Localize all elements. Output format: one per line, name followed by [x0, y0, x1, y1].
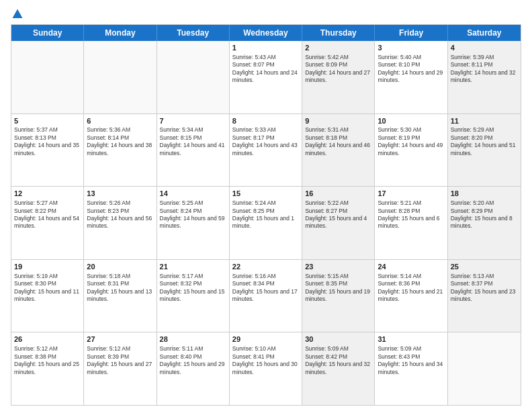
day-number: 12	[14, 189, 81, 199]
calendar-cell: 30Sunrise: 5:09 AMSunset: 8:42 PMDayligh…	[302, 332, 375, 405]
day-number: 22	[232, 262, 299, 272]
cell-sun-info: Sunrise: 5:09 AMSunset: 8:43 PMDaylight:…	[378, 345, 444, 376]
day-number: 29	[232, 334, 299, 345]
cell-sun-info: Sunrise: 5:09 AMSunset: 8:42 PMDaylight:…	[305, 345, 371, 376]
cell-sun-info: Sunrise: 5:33 AMSunset: 8:17 PMDaylight:…	[232, 126, 299, 157]
calendar-cell: 7Sunrise: 5:34 AMSunset: 8:15 PMDaylight…	[157, 114, 230, 187]
calendar-cell: 8Sunrise: 5:33 AMSunset: 8:17 PMDaylight…	[230, 114, 302, 187]
day-number: 28	[160, 334, 226, 345]
calendar: SundayMondayTuesdayWednesdayThursdayFrid…	[11, 24, 521, 406]
header-cell-saturday: Saturday	[448, 25, 521, 41]
calendar-cell: 10Sunrise: 5:30 AMSunset: 8:19 PMDayligh…	[375, 114, 447, 187]
cell-sun-info: Sunrise: 5:10 AMSunset: 8:41 PMDaylight:…	[232, 345, 299, 376]
calendar-cell	[84, 41, 157, 113]
day-number: 3	[378, 43, 444, 53]
cell-sun-info: Sunrise: 5:13 AMSunset: 8:37 PMDaylight:…	[451, 273, 518, 304]
day-number: 21	[160, 262, 226, 272]
calendar-body: 1Sunrise: 5:43 AMSunset: 8:07 PMDaylight…	[11, 41, 521, 405]
calendar-cell: 16Sunrise: 5:22 AMSunset: 8:27 PMDayligh…	[302, 187, 375, 259]
cell-sun-info: Sunrise: 5:20 AMSunset: 8:29 PMDaylight:…	[451, 199, 518, 230]
calendar-cell: 18Sunrise: 5:20 AMSunset: 8:29 PMDayligh…	[448, 187, 521, 259]
calendar-cell: 27Sunrise: 5:12 AMSunset: 8:39 PMDayligh…	[84, 332, 157, 405]
cell-sun-info: Sunrise: 5:36 AMSunset: 8:14 PMDaylight:…	[87, 126, 153, 157]
calendar-cell	[448, 332, 521, 405]
day-number: 23	[305, 262, 371, 272]
day-number: 1	[232, 43, 299, 53]
calendar-cell: 20Sunrise: 5:18 AMSunset: 8:31 PMDayligh…	[84, 260, 157, 332]
calendar-cell: 28Sunrise: 5:11 AMSunset: 8:40 PMDayligh…	[157, 332, 230, 405]
cell-sun-info: Sunrise: 5:42 AMSunset: 8:09 PMDaylight:…	[305, 54, 371, 85]
day-number: 14	[160, 189, 226, 199]
calendar-cell: 6Sunrise: 5:36 AMSunset: 8:14 PMDaylight…	[84, 114, 157, 187]
cell-sun-info: Sunrise: 5:19 AMSunset: 8:30 PMDaylight:…	[14, 273, 81, 304]
header-cell-tuesday: Tuesday	[157, 25, 230, 41]
day-number: 26	[14, 334, 81, 345]
day-number: 20	[87, 262, 153, 272]
day-number: 6	[87, 116, 153, 126]
calendar-cell: 19Sunrise: 5:19 AMSunset: 8:30 PMDayligh…	[11, 260, 84, 332]
cell-sun-info: Sunrise: 5:15 AMSunset: 8:35 PMDaylight:…	[305, 273, 371, 304]
cell-sun-info: Sunrise: 5:22 AMSunset: 8:27 PMDaylight:…	[305, 199, 371, 230]
day-number: 19	[14, 262, 81, 272]
cell-sun-info: Sunrise: 5:24 AMSunset: 8:25 PMDaylight:…	[232, 199, 299, 230]
calendar-cell: 17Sunrise: 5:21 AMSunset: 8:28 PMDayligh…	[375, 187, 447, 259]
header	[11, 8, 521, 19]
cell-sun-info: Sunrise: 5:29 AMSunset: 8:20 PMDaylight:…	[451, 126, 518, 157]
day-number: 17	[378, 189, 444, 199]
day-number: 5	[14, 116, 81, 126]
day-number: 8	[232, 116, 299, 126]
day-number: 7	[160, 116, 226, 126]
cell-sun-info: Sunrise: 5:12 AMSunset: 8:39 PMDaylight:…	[87, 345, 153, 376]
calendar-cell: 23Sunrise: 5:15 AMSunset: 8:35 PMDayligh…	[302, 260, 375, 332]
calendar-cell: 12Sunrise: 5:27 AMSunset: 8:22 PMDayligh…	[11, 187, 84, 259]
cell-sun-info: Sunrise: 5:14 AMSunset: 8:36 PMDaylight:…	[378, 273, 444, 304]
day-number: 18	[451, 189, 518, 199]
day-number: 16	[305, 189, 371, 199]
calendar-cell	[11, 41, 84, 113]
calendar-cell: 15Sunrise: 5:24 AMSunset: 8:25 PMDayligh…	[230, 187, 302, 259]
calendar-row: 26Sunrise: 5:12 AMSunset: 8:38 PMDayligh…	[11, 332, 521, 405]
day-number: 13	[87, 189, 153, 199]
svg-marker-0	[13, 9, 23, 19]
header-cell-wednesday: Wednesday	[230, 25, 302, 41]
header-cell-thursday: Thursday	[302, 25, 375, 41]
calendar-cell: 4Sunrise: 5:39 AMSunset: 8:11 PMDaylight…	[448, 41, 521, 113]
cell-sun-info: Sunrise: 5:34 AMSunset: 8:15 PMDaylight:…	[160, 126, 226, 157]
cell-sun-info: Sunrise: 5:27 AMSunset: 8:22 PMDaylight:…	[14, 199, 81, 230]
header-cell-monday: Monday	[84, 25, 157, 41]
day-number: 27	[87, 334, 153, 345]
calendar-cell: 29Sunrise: 5:10 AMSunset: 8:41 PMDayligh…	[230, 332, 302, 405]
cell-sun-info: Sunrise: 5:25 AMSunset: 8:24 PMDaylight:…	[160, 199, 226, 230]
day-number: 2	[305, 43, 371, 53]
calendar-header: SundayMondayTuesdayWednesdayThursdayFrid…	[11, 25, 521, 41]
day-number: 11	[451, 116, 518, 126]
calendar-cell: 1Sunrise: 5:43 AMSunset: 8:07 PMDaylight…	[230, 41, 302, 113]
logo	[11, 8, 24, 19]
cell-sun-info: Sunrise: 5:26 AMSunset: 8:23 PMDaylight:…	[87, 199, 153, 230]
day-number: 31	[378, 334, 444, 345]
cell-sun-info: Sunrise: 5:37 AMSunset: 8:13 PMDaylight:…	[14, 126, 81, 157]
calendar-cell: 25Sunrise: 5:13 AMSunset: 8:37 PMDayligh…	[448, 260, 521, 332]
calendar-cell: 26Sunrise: 5:12 AMSunset: 8:38 PMDayligh…	[11, 332, 84, 405]
day-number: 15	[232, 189, 299, 199]
calendar-cell	[157, 41, 230, 113]
day-number: 10	[378, 116, 444, 126]
calendar-cell: 24Sunrise: 5:14 AMSunset: 8:36 PMDayligh…	[375, 260, 447, 332]
cell-sun-info: Sunrise: 5:31 AMSunset: 8:18 PMDaylight:…	[305, 126, 371, 157]
cell-sun-info: Sunrise: 5:18 AMSunset: 8:31 PMDaylight:…	[87, 273, 153, 304]
header-cell-friday: Friday	[375, 25, 447, 41]
calendar-cell: 9Sunrise: 5:31 AMSunset: 8:18 PMDaylight…	[302, 114, 375, 187]
calendar-row: 1Sunrise: 5:43 AMSunset: 8:07 PMDaylight…	[11, 41, 521, 114]
calendar-row: 19Sunrise: 5:19 AMSunset: 8:30 PMDayligh…	[11, 260, 521, 333]
cell-sun-info: Sunrise: 5:30 AMSunset: 8:19 PMDaylight:…	[378, 126, 444, 157]
cell-sun-info: Sunrise: 5:40 AMSunset: 8:10 PMDaylight:…	[378, 54, 444, 85]
calendar-cell: 2Sunrise: 5:42 AMSunset: 8:09 PMDaylight…	[302, 41, 375, 113]
calendar-row: 5Sunrise: 5:37 AMSunset: 8:13 PMDaylight…	[11, 114, 521, 187]
day-number: 24	[378, 262, 444, 272]
logo-icon	[11, 8, 24, 20]
calendar-cell: 31Sunrise: 5:09 AMSunset: 8:43 PMDayligh…	[375, 332, 447, 405]
day-number: 9	[305, 116, 371, 126]
cell-sun-info: Sunrise: 5:12 AMSunset: 8:38 PMDaylight:…	[14, 345, 81, 376]
day-number: 30	[305, 334, 371, 345]
calendar-cell: 3Sunrise: 5:40 AMSunset: 8:10 PMDaylight…	[375, 41, 447, 113]
